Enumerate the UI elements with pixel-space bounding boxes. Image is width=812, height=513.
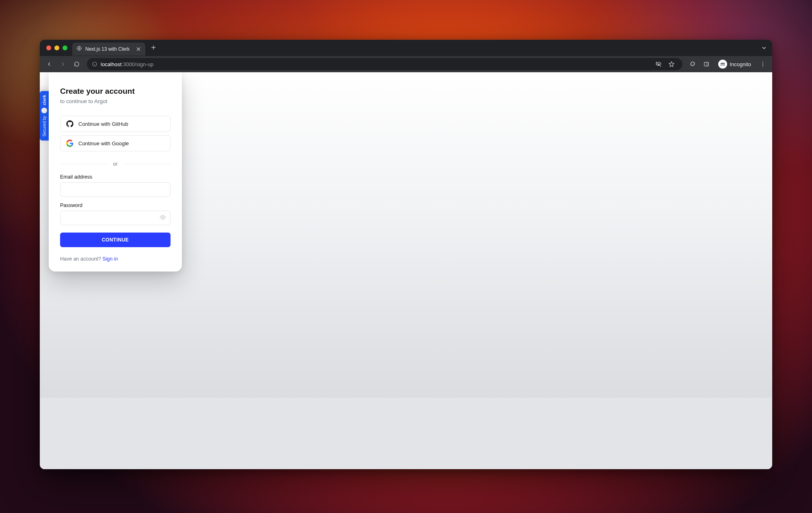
browser-menu-button[interactable] [757, 58, 769, 70]
svg-point-5 [762, 62, 763, 63]
secured-by-text: Secured by [42, 116, 47, 137]
browser-window: Next.js 13 with Clerk localhost:3 [40, 40, 772, 469]
page-footer-band [40, 398, 772, 469]
browser-tab[interactable]: Next.js 13 with Clerk [72, 43, 145, 56]
url-host: localhost [101, 61, 121, 67]
divider: or [60, 161, 171, 167]
password-label: Password [60, 203, 171, 208]
github-button-label: Continue with GitHub [78, 121, 128, 127]
continue-with-google-button[interactable]: Continue with Google [60, 135, 171, 151]
browser-toolbar: localhost:3000/sign-up Incognito [40, 56, 772, 72]
google-icon [66, 140, 73, 147]
sign-in-link[interactable]: Sign in [102, 256, 118, 262]
continue-button[interactable]: CONTINUE [60, 233, 171, 247]
tab-close-button[interactable] [136, 45, 141, 54]
svg-point-8 [162, 217, 164, 218]
svg-rect-2 [704, 62, 709, 66]
nav-back-button[interactable] [43, 58, 55, 70]
github-icon [66, 120, 73, 127]
divider-text: or [113, 161, 117, 167]
new-tab-button[interactable] [149, 42, 158, 54]
email-label: Email address [60, 174, 171, 180]
nav-reload-button[interactable] [71, 58, 83, 70]
svg-point-6 [762, 64, 763, 65]
signin-footnote: Have an account? Sign in [60, 256, 171, 262]
nav-forward-button[interactable] [57, 58, 69, 70]
eye-off-icon[interactable] [652, 58, 665, 70]
toggle-password-visibility-button[interactable] [158, 213, 167, 223]
continue-button-label: CONTINUE [102, 237, 129, 243]
window-traffic-lights [46, 45, 67, 50]
tabs-menu-button[interactable] [759, 40, 769, 56]
svg-point-4 [723, 64, 725, 66]
tab-strip: Next.js 13 with Clerk [40, 40, 772, 56]
incognito-icon [718, 60, 727, 69]
google-button-label: Continue with Google [78, 140, 129, 147]
card-title: Create your account [60, 87, 171, 96]
clerk-brand-text: clerk [42, 95, 47, 106]
clerk-logo-icon [41, 108, 47, 114]
page-viewport: Secured by clerk Create your account to … [40, 72, 772, 469]
site-info-icon[interactable] [92, 61, 97, 67]
url-rest: :3000/sign-up [121, 61, 153, 67]
address-bar[interactable]: localhost:3000/sign-up [87, 58, 682, 70]
globe-icon [76, 45, 82, 53]
secured-by-clerk-badge[interactable]: Secured by clerk [40, 91, 49, 140]
have-account-text: Have an account? [60, 256, 101, 262]
password-field-group [60, 211, 171, 225]
window-maximize-button[interactable] [63, 45, 67, 50]
extensions-button[interactable] [687, 58, 699, 70]
sidepanel-button[interactable] [700, 58, 713, 70]
password-input[interactable] [60, 211, 171, 225]
window-minimize-button[interactable] [54, 45, 59, 50]
tab-title: Next.js 13 with Clerk [85, 46, 132, 52]
oauth-section: Continue with GitHub Continue with Googl… [60, 116, 171, 151]
incognito-badge[interactable]: Incognito [714, 58, 755, 70]
url-text: localhost:3000/sign-up [101, 61, 153, 67]
card-subtitle: to continue to Argot [60, 98, 171, 104]
email-field-group: Email address [60, 174, 171, 197]
svg-point-3 [721, 64, 722, 66]
signup-card: Create your account to continue to Argot… [49, 72, 182, 272]
bookmark-star-icon[interactable] [665, 58, 678, 70]
window-close-button[interactable] [46, 45, 51, 50]
continue-with-github-button[interactable]: Continue with GitHub [60, 116, 171, 132]
incognito-label: Incognito [730, 61, 751, 67]
email-input[interactable] [60, 182, 171, 197]
svg-point-7 [762, 66, 763, 67]
eye-icon [160, 214, 166, 221]
